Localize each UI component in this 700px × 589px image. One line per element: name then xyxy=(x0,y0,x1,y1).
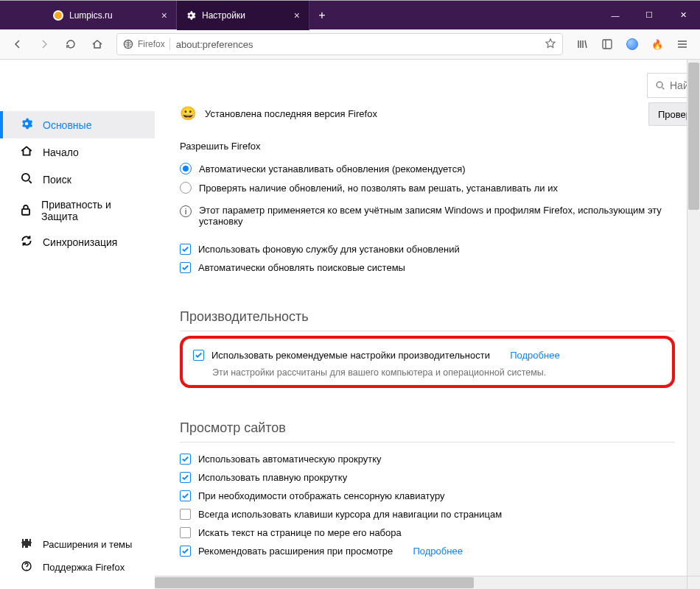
update-info-row: i Этот параметр применяется ко всем учёт… xyxy=(180,197,675,230)
bookmark-star-icon[interactable] xyxy=(545,38,556,52)
favicon-gear xyxy=(186,10,196,21)
sidebar-item-label: Синхронизация xyxy=(43,236,117,248)
toolbar-right: 🔥 xyxy=(570,32,694,56)
sidebar-item-home[interactable]: Начало xyxy=(0,138,155,166)
checkbox-icon xyxy=(180,472,191,483)
checkbox-label: Искать текст на странице по мере его наб… xyxy=(198,527,402,538)
back-button[interactable] xyxy=(6,32,29,56)
sidebar-item-privacy[interactable]: Приватность и Защита xyxy=(0,193,155,228)
info-text: Этот параметр применяется ко всем учётны… xyxy=(199,205,675,227)
titlebar: Lumpics.ru × Настройки × + — ☐ ✕ xyxy=(0,0,700,29)
learn-more-link[interactable]: Подробнее xyxy=(413,546,462,557)
identity-label: Firefox xyxy=(138,39,165,49)
vertical-scrollbar[interactable] xyxy=(687,60,700,576)
sidebar-item-sync[interactable]: Синхронизация xyxy=(0,228,155,255)
checkbox-caret-browsing[interactable]: Всегда использовать клавиши курсора для … xyxy=(180,505,675,523)
window-controls: — ☐ ✕ xyxy=(598,1,700,29)
scroll-corner xyxy=(687,576,700,589)
checkbox-icon xyxy=(180,490,191,501)
section-title-performance: Производительность xyxy=(180,309,675,331)
gear-icon xyxy=(19,117,34,133)
tab-strip: Lumpics.ru × Настройки × + xyxy=(0,1,598,29)
learn-more-link[interactable]: Подробнее xyxy=(510,350,559,361)
checkbox-label: Автоматически обновлять поисковые систем… xyxy=(198,262,405,273)
allow-firefox-label: Разрешить Firefox xyxy=(180,141,675,152)
radio-manual-update[interactable]: Проверять наличие обновлений, но позволя… xyxy=(180,178,675,197)
sidebar-item-support[interactable]: Поддержка Firefox xyxy=(0,556,155,579)
home-button[interactable] xyxy=(85,32,109,56)
checkbox-icon xyxy=(180,527,191,538)
identity-box[interactable]: Firefox xyxy=(123,38,170,50)
forward-button[interactable] xyxy=(32,32,56,56)
checkbox-touch-keyboard[interactable]: При необходимости отображать сенсорную к… xyxy=(180,487,675,505)
sidebar-item-general[interactable]: Основные xyxy=(0,111,155,138)
update-radio-group: Автоматически устанавливать обновления (… xyxy=(180,159,675,197)
tab-label: Настройки xyxy=(202,10,245,21)
checkbox-bg-service[interactable]: Использовать фоновую службу для установк… xyxy=(180,240,675,258)
url-input[interactable]: about:preferences xyxy=(176,39,539,50)
checkbox-label: Использовать фоновую службу для установк… xyxy=(198,244,460,255)
tab-label: Lumpics.ru xyxy=(69,10,113,21)
url-bar[interactable]: Firefox about:preferences xyxy=(116,33,563,55)
checkbox-typeahead-find[interactable]: Искать текст на странице по мере его наб… xyxy=(180,523,675,542)
sidebar-item-search[interactable]: Поиск xyxy=(0,166,155,193)
checkbox-autoscroll[interactable]: Использовать автоматическую прокрутку xyxy=(180,450,675,468)
checkbox-icon xyxy=(180,509,191,520)
favicon-lumpics xyxy=(53,10,63,21)
radio-icon xyxy=(180,182,192,194)
reload-button[interactable] xyxy=(59,32,83,56)
checkbox-update-engines[interactable]: Автоматически обновлять поисковые систем… xyxy=(180,258,675,277)
radio-label: Автоматически устанавливать обновления (… xyxy=(199,163,466,174)
sidebar-item-addons[interactable]: Расширения и темы xyxy=(0,533,155,556)
tab-lumpics[interactable]: Lumpics.ru × xyxy=(44,1,177,30)
checkbox-label: Рекомендовать расширения при просмотре xyxy=(198,546,393,557)
emoji-icon: 😀 xyxy=(180,105,196,121)
close-icon[interactable]: × xyxy=(294,10,300,21)
profile-button[interactable] xyxy=(620,32,644,56)
close-icon[interactable]: × xyxy=(161,10,167,21)
checkbox-icon xyxy=(180,454,191,465)
sidebar-item-label: Расширения и темы xyxy=(43,539,132,550)
scrollbar-thumb[interactable] xyxy=(688,63,699,210)
help-icon xyxy=(19,560,34,574)
lock-icon xyxy=(19,203,32,219)
svg-point-2 xyxy=(22,174,29,181)
new-tab-button[interactable]: + xyxy=(309,1,335,29)
sidebar-item-label: Начало xyxy=(43,147,79,158)
checkbox-label: Всегда использовать клавиши курсора для … xyxy=(198,509,502,520)
radio-auto-update[interactable]: Автоматически устанавливать обновления (… xyxy=(180,159,675,178)
checkbox-recommended-perf[interactable]: Использовать рекомендуемые настройки про… xyxy=(193,346,662,364)
content: Основные Начало Поиск Приватность и Защи… xyxy=(0,60,700,589)
window-minimize-button[interactable]: — xyxy=(598,1,632,29)
svg-rect-1 xyxy=(603,40,612,49)
update-status-row: 😀 Установлена последняя версия Firefox xyxy=(180,60,675,121)
window-maximize-button[interactable]: ☐ xyxy=(632,1,666,29)
extension-icon[interactable]: 🔥 xyxy=(645,32,669,56)
window-close-button[interactable]: ✕ xyxy=(666,1,700,29)
update-status-text: Установлена последняя версия Firefox xyxy=(205,108,675,119)
search-icon xyxy=(19,172,34,187)
checkbox-label: При необходимости отображать сенсорную к… xyxy=(198,490,444,501)
svg-rect-3 xyxy=(22,208,29,214)
firefox-icon xyxy=(123,39,133,49)
app-menu-button[interactable] xyxy=(671,32,694,56)
checkbox-icon xyxy=(180,262,191,273)
separator xyxy=(169,38,170,50)
tab-settings[interactable]: Настройки × xyxy=(177,1,309,30)
sidebar-item-label: Поиск xyxy=(43,174,71,186)
library-button[interactable] xyxy=(570,32,594,56)
checkbox-label: Использовать автоматическую прокрутку xyxy=(198,454,382,465)
horizontal-scrollbar[interactable] xyxy=(155,576,687,589)
settings-main: Най 😀 Установлена последняя версия Firef… xyxy=(155,60,700,589)
home-icon xyxy=(19,144,34,160)
puzzle-icon xyxy=(19,537,34,551)
radio-label: Проверять наличие обновлений, но позволя… xyxy=(199,183,558,194)
checkbox-recommend-extensions[interactable]: Рекомендовать расширения при просмотре П… xyxy=(180,542,675,560)
radio-icon xyxy=(180,163,192,174)
performance-highlight: Использовать рекомендуемые настройки про… xyxy=(180,336,675,388)
checkbox-label: Использовать плавную прокрутку xyxy=(198,472,347,483)
scrollbar-thumb[interactable] xyxy=(155,577,474,588)
checkbox-smooth-scroll[interactable]: Использовать плавную прокрутку xyxy=(180,468,675,487)
sidebar-item-label: Поддержка Firefox xyxy=(43,562,125,573)
sidebar-button[interactable] xyxy=(595,32,619,56)
